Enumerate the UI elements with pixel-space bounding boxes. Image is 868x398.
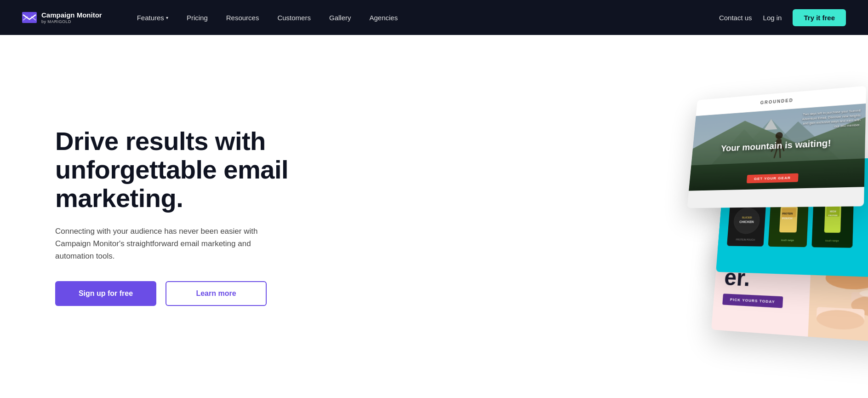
hero-visual: GROUNDED (528, 79, 868, 355)
logo-icon (22, 12, 37, 23)
nav-right: Contact us Log in Try it free (719, 9, 846, 26)
email-card-1: GROUNDED (687, 86, 866, 208)
svg-text:CHICKEN: CHICKEN (739, 219, 754, 223)
svg-text:PROTEIN: PROTEIN (828, 214, 838, 217)
navigation: Campaign Monitor by MARIGOLD Features ▾ … (0, 0, 868, 35)
nav-item-features[interactable]: Features ▾ (130, 10, 176, 25)
email-cards: GROUNDED (539, 73, 868, 378)
card-1-cta: GET YOUR GEAR (747, 173, 799, 183)
hero-subtitle: Connecting with your audience has never … (55, 225, 285, 263)
nav-item-gallery[interactable]: Gallery (322, 10, 359, 25)
logo-text-block: Campaign Monitor by MARIGOLD (41, 11, 102, 24)
log-in-link[interactable]: Log in (763, 14, 782, 22)
svg-text:touch range: touch range (825, 239, 839, 242)
hero-buttons: Sign up for free Learn more (55, 281, 322, 306)
try-it-free-button[interactable]: Try it free (793, 9, 846, 26)
contact-us-link[interactable]: Contact us (719, 14, 752, 22)
nav-item-resources[interactable]: Resources (219, 10, 267, 25)
nav-item-agencies[interactable]: Agencies (362, 10, 405, 25)
hero-title: Drive results with unforgettable email m… (55, 127, 322, 212)
nav-item-customers[interactable]: Customers (270, 10, 318, 25)
svg-text:POUCH: POUCH (782, 216, 793, 219)
logo-link[interactable]: Campaign Monitor by MARIGOLD (22, 11, 102, 24)
card-1-brand: GROUNDED (760, 98, 794, 105)
hero-section: Drive results with unforgettable email m… (0, 35, 868, 398)
hero-content: Drive results with unforgettable email m… (55, 127, 322, 306)
learn-more-button[interactable]: Learn more (166, 281, 267, 306)
card-3-cta: PICK YOURS TODAY (722, 294, 783, 308)
svg-text:PROTEIN POUCH: PROTEIN POUCH (736, 238, 755, 241)
svg-text:touch range: touch range (781, 239, 794, 242)
chevron-down-icon: ▾ (166, 15, 168, 20)
nav-links: Features ▾ Pricing Resources Customers G… (130, 10, 719, 25)
svg-text:PROTEIN: PROTEIN (782, 212, 793, 215)
svg-rect-0 (22, 12, 37, 23)
svg-text:SLICED: SLICED (742, 215, 752, 219)
svg-text:HIGH: HIGH (830, 210, 836, 213)
nav-item-pricing[interactable]: Pricing (179, 10, 215, 25)
sign-up-button[interactable]: Sign up for free (55, 281, 156, 306)
brand-tagline: by MARIGOLD (41, 19, 102, 24)
brand-name: Campaign Monitor (41, 11, 102, 19)
card-1-image: Two days left to purchase your Summit Ad… (689, 104, 866, 191)
